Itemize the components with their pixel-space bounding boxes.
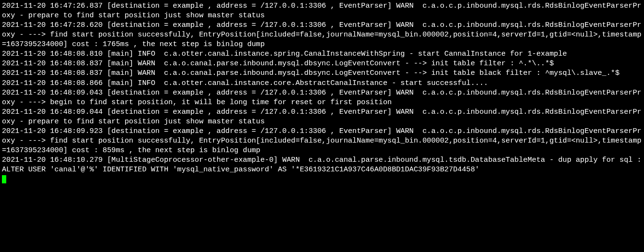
log-line: 2021-11-20 16:48:10.279 [MultiStageCopro…: [2, 156, 644, 174]
log-line: 2021-11-20 16:48:09.043 [destination = e…: [2, 88, 642, 107]
log-line: 2021-11-20 16:48:08.837 [main] WARN c.a.…: [2, 69, 619, 77]
terminal-cursor: [2, 175, 6, 183]
log-line: 2021-11-20 16:47:28.620 [destination = e…: [2, 21, 642, 48]
terminal-output[interactable]: 2021-11-20 16:47:26.837 [destination = e…: [0, 0, 644, 185]
log-line: 2021-11-20 16:48:09.923 [destination = e…: [2, 127, 642, 155]
log-line: 2021-11-20 16:48:08.837 [main] WARN c.a.…: [2, 59, 554, 68]
log-line: 2021-11-20 16:48:08.810 [main] INFO c.a.…: [2, 49, 567, 58]
log-line: 2021-11-20 16:48:08.866 [main] INFO c.a.…: [2, 79, 488, 87]
log-line: 2021-11-20 16:48:09.044 [destination = e…: [2, 108, 642, 126]
log-line: 2021-11-20 16:47:26.837 [destination = e…: [2, 1, 642, 20]
